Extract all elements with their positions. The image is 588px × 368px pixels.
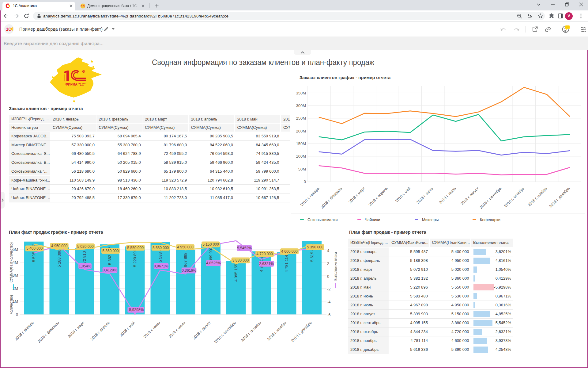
svg-text:150M: 150M [296, 141, 306, 146]
svg-text:Соковыжималки: Соковыжималки [307, 217, 338, 222]
svg-text:2018 г. ноябрь: 2018 г. ноябрь [266, 320, 287, 341]
svg-text:0: 0 [327, 274, 329, 279]
svg-text:2018 г. июнь: 2018 г. июнь [416, 186, 434, 205]
svg-text:0,4129%: 0,4129% [103, 268, 117, 272]
svg-text:2018 г. июнь: 2018 г. июнь [143, 320, 161, 339]
svg-text:4,8525%: 4,8525% [206, 261, 221, 265]
svg-text:5 530 000: 5 530 000 [153, 246, 169, 250]
svg-text:0,9671%: 0,9671% [154, 264, 168, 268]
svg-text:5 550 000: 5 550 000 [127, 246, 144, 250]
svg-text:300M: 300M [296, 103, 306, 108]
svg-text:2018 г. сентябрь: 2018 г. сентябрь [479, 186, 503, 210]
svg-text:2018 г. январь: 2018 г. январь [14, 320, 35, 341]
svg-text:-2: -2 [327, 287, 331, 291]
svg-text:Миксеры: Миксеры [422, 217, 439, 222]
svg-text:0,3616%: 0,3616% [182, 268, 196, 273]
svg-text:5 400 000: 5 400 000 [26, 246, 43, 251]
svg-text:50M: 50M [298, 167, 306, 171]
svg-text:4 600 000: 4 600 000 [281, 249, 298, 254]
svg-text:200M: 200M [296, 129, 306, 133]
svg-text:2018 г. август: 2018 г. август [460, 186, 480, 206]
svg-text:2018 г. ноябрь: 2018 г. ноябрь [527, 186, 548, 207]
svg-text:2018 г. сентябрь: 2018 г. сентябрь [213, 320, 237, 344]
svg-text:СУММА(ФактКоличество): СУММА(ФактКоличество) [9, 242, 13, 282]
svg-text:3 880 000: 3 880 000 [232, 258, 249, 263]
svg-text:2018 г. февраль: 2018 г. февраль [320, 186, 343, 209]
svg-text:2: 2 [327, 261, 329, 266]
svg-text:Чайники: Чайники [365, 217, 380, 222]
svg-text:2018 г. май: 2018 г. май [119, 320, 136, 337]
svg-text:2018 г. январь: 2018 г. январь [300, 186, 320, 207]
svg-text:-4: -4 [327, 300, 331, 304]
svg-text:2018 г. февраль: 2018 г. февраль [37, 320, 60, 344]
svg-text:2,6321%: 2,6321% [259, 262, 274, 266]
svg-text:2018 г. октябрь: 2018 г. октябрь [503, 186, 525, 208]
svg-text:2018 г. март: 2018 г. март [67, 320, 85, 339]
svg-text:2018 г. апрель: 2018 г. апрель [90, 320, 111, 341]
svg-text:4 781 114: 4 781 114 [284, 255, 289, 272]
svg-text:5,5452%: 5,5452% [237, 246, 252, 250]
svg-text:5 020 000: 5 020 000 [77, 244, 94, 249]
svg-text:5 150 000: 5 150 000 [202, 242, 219, 247]
svg-text:4 950 000: 4 950 000 [177, 245, 194, 249]
svg-text:1,054%: 1,054% [79, 264, 91, 268]
svg-text:2018 г. август: 2018 г. август [192, 320, 212, 340]
svg-text:350M: 350M [296, 91, 306, 95]
svg-text:4 095 155: 4 095 155 [234, 264, 238, 282]
svg-text:5 220 896: 5 220 896 [133, 249, 137, 267]
svg-text:2018 г. май: 2018 г. май [394, 186, 411, 203]
svg-text:250M: 250M [296, 116, 306, 121]
svg-text:Кофеварки: Кофеварки [480, 217, 500, 222]
svg-text:2018 г. декабрь: 2018 г. декабрь [548, 186, 571, 209]
svg-text:5 390 000: 5 390 000 [307, 245, 323, 249]
svg-text:0: 0 [304, 179, 306, 184]
svg-text:4: 4 [327, 248, 329, 253]
svg-text:5 360 000: 5 360 000 [102, 249, 119, 253]
svg-text:Количество): Количество) [9, 295, 13, 315]
svg-text:4 950 000: 4 950 000 [51, 244, 68, 248]
svg-text:2018 г. декабрь: 2018 г. декабрь [290, 320, 313, 343]
svg-text:100M: 100M [296, 154, 306, 159]
svg-text:-5,9298%: -5,9298% [128, 308, 144, 312]
svg-text:2018 г. март: 2018 г. март [348, 186, 366, 204]
svg-text:2018 г. июль: 2018 г. июль [439, 186, 457, 205]
svg-text:5 188 398: 5 188 398 [57, 250, 62, 267]
svg-text:2018 г. апрель: 2018 г. апрель [368, 186, 389, 207]
svg-text:2018 г. октябрь: 2018 г. октябрь [240, 320, 262, 342]
svg-text:2018 г. июль: 2018 г. июль [168, 320, 186, 339]
svg-text:0: 0 [16, 312, 18, 317]
svg-text:-6: -6 [327, 312, 331, 317]
svg-text:Выполнение плана: Выполнение плана [334, 252, 338, 281]
svg-text:4 720 000: 4 720 000 [256, 252, 273, 256]
